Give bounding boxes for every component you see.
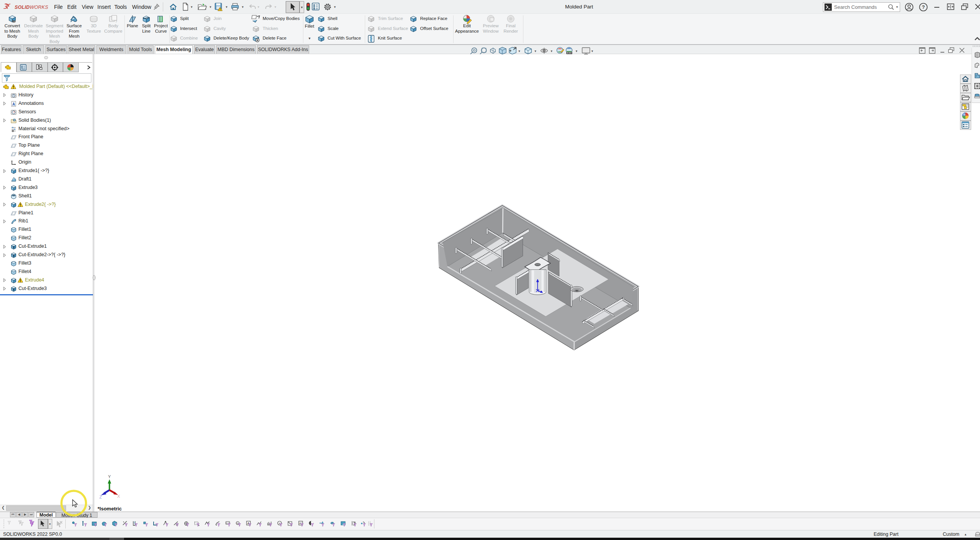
svg-text:▾: ▾ bbox=[576, 49, 578, 53]
svg-text:?: ? bbox=[115, 20, 117, 23]
svg-text:N: N bbox=[237, 522, 238, 525]
svg-text:▾: ▾ bbox=[518, 49, 520, 53]
svg-text:▾: ▾ bbox=[591, 49, 593, 53]
svg-text:A: A bbox=[12, 102, 15, 106]
svg-text:!: ! bbox=[220, 8, 221, 11]
svg-text:Z: Z bbox=[99, 495, 102, 499]
svg-text:▾: ▾ bbox=[535, 49, 536, 53]
svg-text:?: ? bbox=[922, 4, 925, 10]
svg-text:▾: ▾ bbox=[551, 49, 553, 53]
svg-text:Y: Y bbox=[108, 474, 111, 479]
svg-text:X: X bbox=[117, 494, 120, 499]
